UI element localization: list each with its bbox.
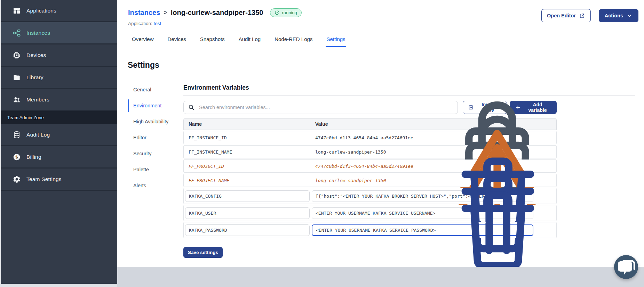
env-table-row [183, 222, 557, 238]
tab-settings[interactable]: Settings [326, 33, 346, 47]
actions-button[interactable]: Actions [599, 9, 638, 22]
status-badge: running [270, 8, 301, 17]
settings-nav-palette[interactable]: Palette [128, 166, 171, 173]
table-body: FF_INSTANCE_ID4747c0bd-d1f3-4654-84b4-aa… [183, 131, 557, 238]
env-name-input[interactable] [185, 190, 310, 202]
env-value-cell: 4747c0bd-d1f3-4654-84b4-aa5d274691ee [315, 135, 413, 140]
breadcrumb-instances-link[interactable]: Instances [128, 9, 160, 17]
settings-nav-environment[interactable]: Environment [128, 102, 171, 109]
tab-overview[interactable]: Overview [131, 33, 154, 47]
billing-icon: $ [13, 153, 21, 161]
search-box [183, 101, 458, 114]
sidebar-item-audit-log[interactable]: Audit Log [0, 124, 117, 146]
svg-text:$: $ [15, 154, 18, 159]
environment-pane: Environment Variables Import .env Add va… [183, 84, 635, 258]
settings-nav-high-availability[interactable]: High Availability [128, 118, 171, 125]
sidebar-item-label: Applications [26, 8, 56, 14]
settings-title-divider [128, 77, 635, 77]
members-icon [13, 96, 21, 104]
sidebar-item-label: Audit Log [26, 132, 50, 138]
library-icon [13, 73, 21, 82]
instance-tabs: OverviewDevicesSnapshotsAudit LogNode-RE… [131, 33, 346, 47]
sidebar-item-instances[interactable]: Instances [0, 22, 117, 44]
sidebar-item-label: Billing [26, 154, 41, 160]
settings-layout: GeneralEnvironmentHigh AvailabilityEdito… [128, 84, 635, 258]
breadcrumb: Instances > long-curlew-sandpiper-1350 r… [128, 8, 302, 17]
column-header-name: Name [189, 121, 202, 127]
settings-side-nav: GeneralEnvironmentHigh AvailabilityEdito… [128, 84, 174, 258]
tab-snapshots[interactable]: Snapshots [199, 33, 225, 47]
env-name-cell: FF_INSTANCE_NAME [189, 149, 232, 155]
status-badge-label: running [282, 10, 297, 15]
actions-label: Actions [605, 13, 623, 18]
tab-devices[interactable]: Devices [167, 33, 187, 47]
sidebar-section-label: Team Admin Zone [0, 111, 117, 124]
sidebar-item-applications[interactable]: Applications [0, 0, 117, 22]
audit-log-icon [13, 131, 21, 139]
application-link[interactable]: test [154, 21, 161, 26]
env-name-input[interactable] [185, 224, 310, 236]
env-name-cell: FF_PROJECT_ID [189, 164, 224, 169]
breadcrumb-separator: > [164, 9, 167, 16]
sidebar: ApplicationsInstancesDevicesLibraryMembe… [0, 0, 117, 284]
application-line: Application: test [128, 21, 161, 26]
chat-launcher-button[interactable] [614, 255, 638, 279]
column-header-value: Value [315, 121, 328, 127]
chat-bubbles-icon [614, 255, 638, 279]
settings-nav-general[interactable]: General [128, 86, 171, 93]
settings-nav-alerts[interactable]: Alerts [128, 182, 171, 189]
search-icon [188, 104, 195, 111]
devices-icon [13, 51, 21, 59]
settings-page-title: Settings [128, 60, 159, 70]
sidebar-main-nav: ApplicationsInstancesDevicesLibraryMembe… [0, 0, 117, 111]
tab-node-red-logs[interactable]: Node-RED Logs [274, 33, 313, 47]
save-settings-button[interactable]: Save settings [183, 247, 223, 258]
play-circle-icon [275, 10, 280, 15]
sidebar-admin-nav: Audit Log$BillingTeam Settings [0, 124, 117, 191]
window-left-edge [0, 0, 1, 284]
team-settings-icon [13, 175, 21, 183]
env-value-cell: 4747c0bd-d1f3-4654-84b4-aa5d274691ee [315, 164, 413, 169]
env-name-input[interactable] [185, 207, 310, 219]
sidebar-item-label: Members [26, 97, 49, 103]
application-label: Application: [128, 21, 152, 26]
applications-icon [13, 7, 21, 15]
sidebar-item-label: Library [26, 74, 43, 81]
sidebar-item-members[interactable]: Members [0, 89, 117, 111]
env-name-cell: FF_INSTANCE_ID [189, 135, 227, 140]
instances-icon [13, 29, 21, 37]
open-editor-label: Open Editor [547, 13, 576, 18]
search-input[interactable] [183, 101, 458, 114]
sidebar-item-label: Team Settings [26, 176, 62, 182]
environment-section-title: Environment Variables [183, 84, 635, 96]
chevron-down-icon [626, 13, 633, 19]
sidebar-item-billing[interactable]: $Billing [0, 146, 117, 169]
env-name-cell: FF_PROJECT_NAME [189, 178, 229, 183]
tab-audit-log[interactable]: Audit Log [238, 33, 261, 47]
sidebar-item-library[interactable]: Library [0, 67, 117, 89]
sidebar-footer-strip [0, 284, 117, 287]
page-title-instance-name: long-curlew-sandpiper-1350 [171, 9, 263, 17]
settings-nav-editor[interactable]: Editor [128, 134, 171, 141]
sidebar-item-label: Instances [26, 30, 50, 36]
open-editor-button[interactable]: Open Editor [541, 9, 591, 22]
sidebar-item-devices[interactable]: Devices [0, 44, 117, 67]
env-variables-table: Name Value FF_INSTANCE_ID4747c0bd-d1f3-4… [183, 118, 557, 238]
sidebar-item-team-settings[interactable]: Team Settings [0, 169, 117, 191]
sidebar-item-label: Devices [26, 52, 46, 58]
external-link-icon [579, 13, 585, 19]
env-value-cell: long-curlew-sandpiper-1350 [315, 149, 386, 155]
main-content: Instances > long-curlew-sandpiper-1350 r… [117, 0, 644, 267]
env-value-cell: long-curlew-sandpiper-1350 [315, 178, 386, 183]
trash-icon [446, 178, 550, 282]
settings-nav-security[interactable]: Security [128, 150, 171, 157]
